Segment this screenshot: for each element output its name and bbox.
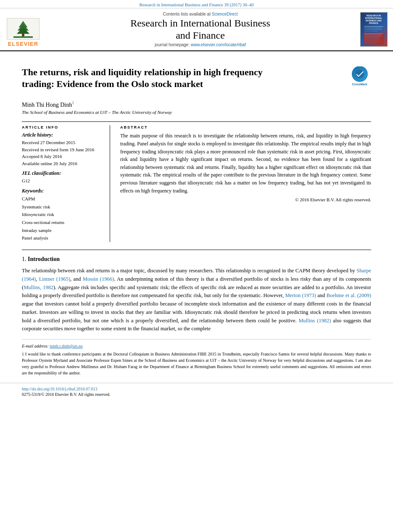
svg-rect-13 bbox=[364, 36, 382, 37]
svg-rect-16 bbox=[364, 40, 379, 40]
author-name: Minh Thi Hong Dinh1 bbox=[22, 100, 371, 108]
svg-rect-18 bbox=[364, 43, 377, 43]
received-date: Received 27 December 2015 bbox=[22, 139, 104, 146]
article-info-label: ARTICLE INFO bbox=[22, 125, 104, 129]
article-history-label: Article history: bbox=[22, 132, 104, 138]
journal-header: ELSEVIER Contents lists available at Sci… bbox=[0, 8, 393, 51]
issn-text: 0275-5319/© 2016 Elsevier B.V. All right… bbox=[22, 392, 110, 397]
svg-rect-14 bbox=[364, 37, 379, 38]
lintner-ref[interactable]: Lintner (1965) bbox=[39, 276, 70, 282]
sharpe-ref[interactable]: Sharpe (1964) bbox=[22, 268, 371, 282]
abstract-text: The main purpose of this research is to … bbox=[120, 132, 371, 195]
svg-rect-9 bbox=[364, 31, 378, 32]
mullins-ref[interactable]: Mullins, 1982 bbox=[24, 284, 53, 290]
footnote-1-text: 1 I would like to thank conference parti… bbox=[22, 351, 371, 376]
article-info-abstract-section: ARTICLE INFO Article history: Received 2… bbox=[22, 121, 371, 242]
keywords-block: Keywords: CAPMSystematic riskIdiosyncrat… bbox=[22, 188, 104, 242]
section-divider bbox=[22, 250, 371, 250]
available-online-date: Available online 20 July 2016 bbox=[22, 160, 104, 167]
svg-rect-11 bbox=[364, 33, 383, 34]
introduction-section: 1. Introduction The relationship between… bbox=[22, 256, 371, 333]
email-footnote: E-mail address: minh.t.dinh@uit.no bbox=[22, 343, 371, 349]
svg-rect-6 bbox=[364, 26, 383, 27]
mossin-ref[interactable]: Mossin (1966) bbox=[83, 276, 114, 282]
copyright-text: © 2016 Elsevier B.V. All rights reserved… bbox=[120, 197, 371, 202]
journal-center-block: Contents lists available at ScienceDirec… bbox=[46, 12, 354, 47]
abstract-column: ABSTRACT The main purpose of this resear… bbox=[119, 125, 371, 242]
journal-citation: Research in International Business and F… bbox=[140, 3, 254, 7]
jel-block: JEL classification: G12 bbox=[22, 170, 104, 184]
keyword-item: CAPM bbox=[22, 195, 104, 203]
elsevier-brand-text: ELSEVIER bbox=[8, 41, 38, 47]
crossmark-circle bbox=[352, 66, 368, 82]
crossmark-label: CrossMark bbox=[352, 83, 367, 86]
contents-available-line: Contents lists available at ScienceDirec… bbox=[163, 12, 238, 16]
journal-homepage-line: journal homepage: www.elsevier.com/locat… bbox=[155, 42, 246, 47]
keyword-item: Idiosyncratic risk bbox=[22, 211, 104, 219]
article-history-block: Article history: Received 27 December 20… bbox=[22, 132, 104, 167]
introduction-paragraph-1: The relationship between risk and return… bbox=[22, 267, 371, 333]
introduction-title: 1. Introduction bbox=[22, 256, 371, 263]
svg-rect-17 bbox=[364, 42, 381, 42]
page: Research in International Business and F… bbox=[0, 0, 393, 532]
mullins2-ref[interactable]: Mullins (1982) bbox=[298, 318, 331, 324]
journal-title: Research in International Business and F… bbox=[130, 17, 270, 42]
svg-rect-5 bbox=[13, 36, 33, 38]
main-content: CrossMark The returns, risk and liquidit… bbox=[0, 51, 393, 376]
merton-ref[interactable]: Merton (1973) bbox=[285, 292, 316, 298]
email-link[interactable]: minh.t.dinh@uit.no bbox=[50, 344, 82, 348]
sciencedirect-link[interactable]: ScienceDirect bbox=[212, 12, 238, 16]
cover-thumbnail: RESEARCH IN INTERNATIONAL BUSINESS AND F… bbox=[360, 12, 388, 47]
elsevier-logo-block: ELSEVIER bbox=[4, 12, 42, 47]
doi-link[interactable]: http://dx.doi.org/10.1016/j.ribaf.2016.0… bbox=[22, 387, 371, 391]
journal-homepage-link[interactable]: www.elsevier.com/locate/ribaf bbox=[191, 42, 246, 47]
revised-date: Received in revised form 19 June 2016 bbox=[22, 146, 104, 153]
keyword-item: Intraday sample bbox=[22, 226, 104, 234]
svg-rect-10 bbox=[364, 33, 384, 45]
footnote-divider bbox=[22, 339, 371, 340]
keyword-item: Systematic risk bbox=[22, 203, 104, 211]
accepted-date: Accepted 8 July 2016 bbox=[22, 153, 104, 160]
doi-bar: http://dx.doi.org/10.1016/j.ribaf.2016.0… bbox=[0, 383, 393, 399]
keywords-label: Keywords: bbox=[22, 188, 104, 194]
jel-label: JEL classification: bbox=[22, 170, 104, 176]
keywords-list: CAPMSystematic riskIdiosyncratic riskCro… bbox=[22, 195, 104, 242]
boehme-ref[interactable]: Boehme et al. (2009) bbox=[327, 292, 371, 298]
journal-cover-image: RESEARCH IN INTERNATIONAL BUSINESS AND F… bbox=[359, 12, 389, 47]
abstract-label: ABSTRACT bbox=[120, 125, 371, 129]
svg-rect-15 bbox=[364, 39, 380, 39]
svg-rect-7 bbox=[364, 28, 381, 29]
jel-code: G12 bbox=[22, 177, 104, 184]
author-footnote-sup: 1 bbox=[72, 100, 74, 105]
keyword-item: Cross-sectional returns bbox=[22, 219, 104, 226]
keyword-item: Panel analysis bbox=[22, 234, 104, 242]
svg-rect-12 bbox=[364, 35, 381, 35]
author-affiliation: The School of Business and Economics at … bbox=[22, 110, 371, 115]
article-title: The returns, risk and liquidity relation… bbox=[22, 66, 282, 90]
svg-rect-8 bbox=[364, 29, 382, 30]
crossmark-badge[interactable]: CrossMark bbox=[348, 66, 371, 87]
article-info-column: ARTICLE INFO Article history: Received 2… bbox=[22, 125, 110, 242]
elsevier-tree-logo bbox=[7, 18, 40, 40]
top-bar: Research in International Business and F… bbox=[0, 0, 393, 8]
